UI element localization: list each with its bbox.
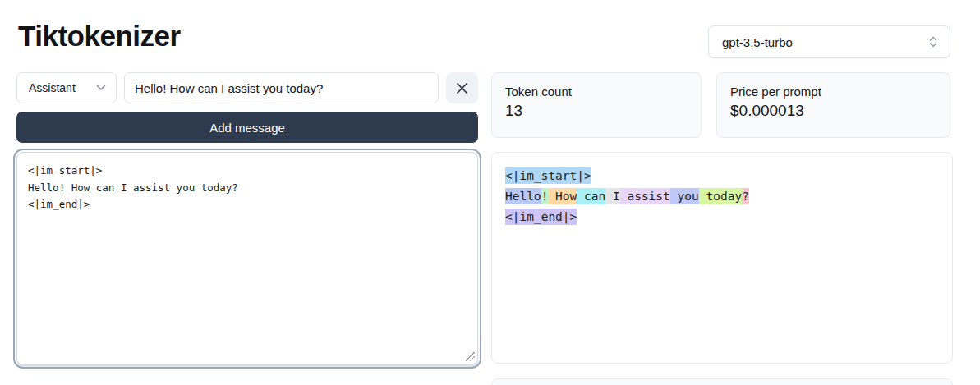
- message-row: Assistant: [16, 72, 478, 103]
- token-count-card: Token count 13: [491, 72, 702, 138]
- token-line: Hello! How can I assist you today?: [505, 186, 939, 207]
- token-count-label: Token count: [505, 85, 688, 99]
- role-selector-value: Assistant: [29, 81, 76, 94]
- token: <|im_start|>: [505, 167, 591, 184]
- token: you: [670, 188, 699, 204]
- token: I: [605, 188, 619, 204]
- text-cursor: [90, 196, 90, 209]
- token: ?: [742, 188, 749, 204]
- prompt-editor: <|im_start|> Hello! How can I assist you…: [16, 152, 478, 365]
- add-message-button[interactable]: Add message: [16, 112, 478, 143]
- token-lines: <|im_start|>Hello! How can I assist you …: [505, 166, 939, 227]
- token: assist: [620, 188, 670, 204]
- model-selector-value: gpt-3.5-turbo: [722, 35, 793, 49]
- price-card: Price per prompt $0.000013: [716, 72, 950, 138]
- add-message-label: Add message: [209, 121, 285, 135]
- role-selector[interactable]: Assistant: [16, 72, 117, 103]
- token-line: <|im_start|>: [505, 166, 939, 186]
- token: Hello: [505, 188, 541, 204]
- resize-handle-icon[interactable]: [466, 352, 475, 361]
- token: How: [548, 188, 577, 204]
- bottom-panel-partial: [491, 378, 953, 385]
- close-icon: [455, 81, 469, 95]
- token-visualization-panel: <|im_start|>Hello! How can I assist you …: [491, 152, 953, 364]
- token-line: <|im_end|>: [505, 207, 939, 227]
- model-selector[interactable]: gpt-3.5-turbo: [708, 25, 950, 58]
- token: today: [699, 188, 742, 204]
- remove-message-button[interactable]: [446, 72, 478, 103]
- page-title: Tiktokenizer: [18, 20, 181, 53]
- chevron-up-down-icon: [927, 35, 939, 48]
- price-label: Price per prompt: [730, 85, 936, 99]
- chevron-down-icon: [96, 85, 106, 91]
- prompt-textarea[interactable]: <|im_start|> Hello! How can I assist you…: [16, 152, 478, 365]
- price-value: $0.000013: [730, 102, 936, 120]
- token-count-value: 13: [505, 102, 688, 120]
- token: can: [577, 188, 605, 204]
- token: <|im_end|>: [505, 209, 577, 225]
- message-content-input[interactable]: [124, 72, 439, 103]
